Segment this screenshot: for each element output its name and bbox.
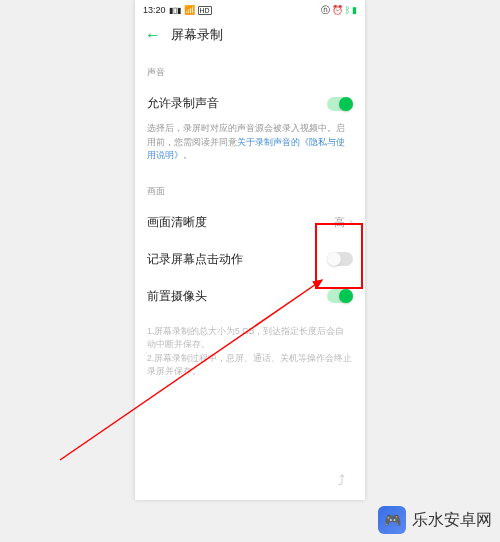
record-taps-row: 记录屏幕点击动作 [135,241,365,278]
status-bar: 13:20 ▮▯▮ 📶 HD ⓝ ⏰ ᛒ ▮ [135,0,365,18]
gamepad-icon: 🎮 [384,512,401,528]
hd-badge: HD [198,6,212,15]
watermark-icon: 🎮 [378,506,406,534]
nfc-icon: ⓝ [321,4,330,17]
allow-record-sound-desc: 选择后，录屏时对应的声音源会被录入视频中。启用前，您需阅读并同意关于录制声音的《… [135,122,365,173]
record-taps-title: 记录屏幕点击动作 [147,251,243,268]
clarity-title: 画面清晰度 [147,214,207,231]
battery-icon: ▮ [352,5,357,15]
desc-post: 。 [183,150,192,160]
allow-record-sound-title: 允许录制声音 [147,95,219,112]
clarity-row[interactable]: 画面清晰度 高 › [135,204,365,241]
watermark-text: 乐水安卓网 [412,510,492,531]
chevron-right-icon: › [349,215,353,229]
signal-icon-2: 📶 [184,5,195,15]
page-header: ← 屏幕录制 [135,18,365,54]
front-camera-title: 前置摄像头 [147,288,207,305]
alarm-icon: ⏰ [332,5,343,15]
watermark: 🎮 乐水安卓网 [378,506,492,534]
front-camera-row: 前置摄像头 [135,278,365,315]
page-title: 屏幕录制 [171,26,223,44]
record-taps-toggle[interactable] [327,252,353,266]
phone-screen: 13:20 ▮▯▮ 📶 HD ⓝ ⏰ ᛒ ▮ ← 屏幕录制 声音 允许录制声音 … [135,0,365,500]
status-time: 13:20 [143,5,166,15]
signal-icon: ▮▯▮ [169,6,181,15]
share-icon[interactable]: ⤴ [338,472,345,488]
bluetooth-icon: ᛒ [345,5,350,15]
section-sound-label: 声音 [135,54,365,85]
note-2: 2.屏幕录制过程中，息屏、通话、关机等操作会终止录屏并保存。 [147,352,353,379]
allow-record-sound-row: 允许录制声音 [135,85,365,122]
section-picture-label: 画面 [135,173,365,204]
allow-record-sound-toggle[interactable] [327,97,353,111]
note-1: 1.屏幕录制的总大小为5 GB，到达指定长度后会自动中断并保存。 [147,325,353,352]
clarity-value: 高 [334,215,345,230]
footer-notes: 1.屏幕录制的总大小为5 GB，到达指定长度后会自动中断并保存。 2.屏幕录制过… [135,315,365,389]
back-icon[interactable]: ← [145,26,161,44]
front-camera-toggle[interactable] [327,289,353,303]
